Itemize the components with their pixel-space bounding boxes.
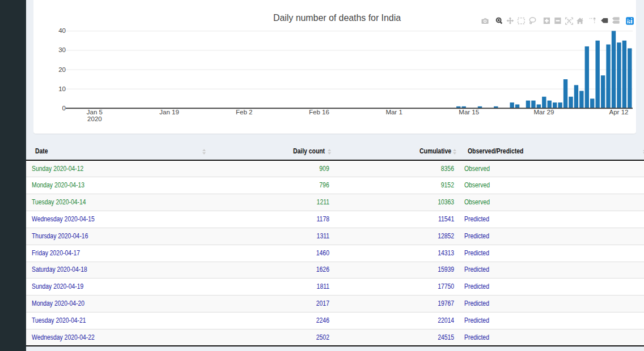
svg-text:10: 10 [58,85,66,92]
svg-text:Feb 16: Feb 16 [309,109,329,115]
svg-text:0: 0 [62,105,66,112]
svg-text:Feb 2: Feb 2 [236,109,252,115]
svg-text:30: 30 [58,46,66,53]
svg-text:Mar 29: Mar 29 [534,109,554,115]
svg-text:40: 40 [58,27,66,34]
svg-text:Mar 15: Mar 15 [459,109,479,115]
svg-text:Daily number of deaths for Ind: Daily number of deaths for India [273,12,401,23]
svg-text:Jan 5: Jan 5 [87,109,103,115]
svg-text:Jan 19: Jan 19 [159,109,179,115]
svg-text:Mar 1: Mar 1 [385,109,402,115]
svg-text:Apr 12: Apr 12 [609,109,629,115]
svg-text:2020: 2020 [87,115,102,122]
svg-text:20: 20 [58,66,66,73]
